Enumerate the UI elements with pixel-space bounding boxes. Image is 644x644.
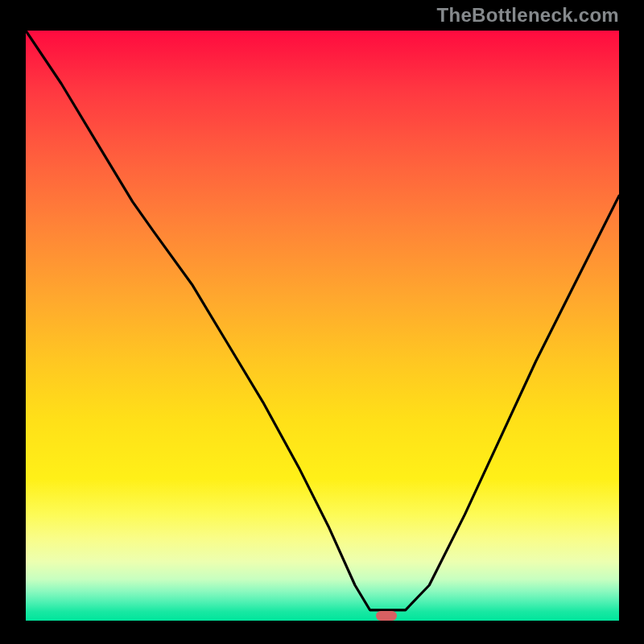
watermark-text: TheBottleneck.com	[0, 4, 619, 27]
chart-stage: TheBottleneck.com	[0, 0, 644, 644]
optimum-marker	[376, 611, 397, 621]
plot-area	[26, 31, 619, 621]
bottleneck-curve	[26, 31, 619, 621]
